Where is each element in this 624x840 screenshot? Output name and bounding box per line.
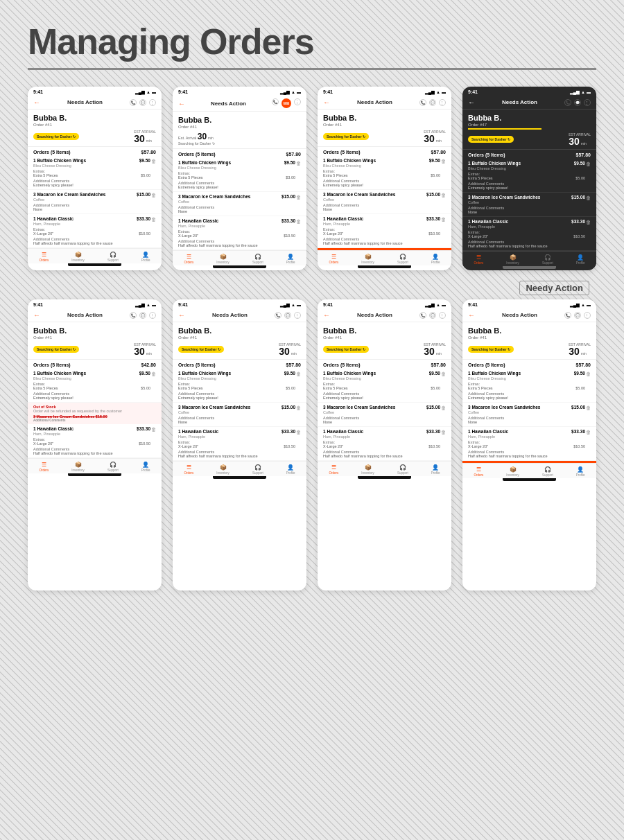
phone-icon-8[interactable]: 📞 <box>564 312 571 319</box>
nav-inventory-1[interactable]: 📦Inventory <box>71 252 85 262</box>
trash-icon-2-2[interactable]: 🗑 <box>295 194 301 200</box>
nav-orders-3[interactable]: ☰Orders <box>329 254 339 264</box>
back-button-6[interactable]: ← <box>178 311 185 319</box>
nav-profile-8[interactable]: 👤Profile <box>576 466 585 477</box>
back-button-5[interactable]: ← <box>33 311 40 319</box>
trash-icon-5-1[interactable]: 🗑 <box>150 371 156 376</box>
nav-inventory-5[interactable]: 📦Inventory <box>71 462 85 472</box>
customer-name-6: Bubba B. <box>178 326 301 335</box>
back-button-7[interactable]: ← <box>323 311 330 319</box>
back-button-8[interactable]: ← <box>468 311 475 319</box>
more-icon-3[interactable]: ⋮ <box>439 99 446 106</box>
nav-inventory-4[interactable]: 📦Inventory <box>506 254 519 265</box>
phone-icon-5[interactable]: 📞 <box>130 312 137 319</box>
nav-support-4[interactable]: 🎧Support <box>542 254 553 265</box>
back-button-1[interactable]: ← <box>33 98 40 106</box>
chat-icon-6[interactable]: 💬 <box>284 312 291 319</box>
phone-icon-4[interactable]: 📞 <box>564 99 571 106</box>
trash-icon-7-1[interactable]: 🗑 <box>440 371 446 376</box>
trash-icon-4-1[interactable]: 🗑 <box>585 161 591 166</box>
phone-icon-3[interactable]: 📞 <box>419 99 426 106</box>
nav-inventory-8[interactable]: 📦Inventory <box>506 466 519 477</box>
trash-icon-2-3[interactable]: 🗑 <box>295 218 301 224</box>
nav-support-2[interactable]: 🎧Support <box>252 254 263 264</box>
trash-icon-5-3[interactable]: 🗑 <box>150 426 156 432</box>
more-icon-5[interactable]: ⋮ <box>149 312 156 319</box>
phone-card-2: 9:41 ▂▄▆ ▲ ▬ ← Needs Action 📞 BB ⋮ Bubba… <box>173 87 306 270</box>
nav-orders-4[interactable]: ☰Orders <box>474 254 484 265</box>
trash-icon-3-2[interactable]: 🗑 <box>440 192 446 198</box>
nav-profile-5[interactable]: 👤Profile <box>141 462 150 472</box>
more-icon-1[interactable]: ⋮ <box>149 99 156 106</box>
nav-inventory-6[interactable]: 📦Inventory <box>216 464 229 475</box>
status-bar-5: 9:41 ▂▄▆ ▲ ▬ <box>28 299 162 308</box>
trash-icon-2-1[interactable]: 🗑 <box>295 160 301 166</box>
more-icon-6[interactable]: ⋮ <box>294 312 301 319</box>
nav-inventory-2[interactable]: 📦Inventory <box>216 254 229 264</box>
nav-support-3[interactable]: 🎧Support <box>397 254 408 264</box>
more-icon-8[interactable]: ⋮ <box>584 312 591 319</box>
nav-support-7[interactable]: 🎧Support <box>397 464 408 475</box>
trash-icon-1-2[interactable]: 🗑 <box>150 192 156 198</box>
order-label-1: Orders (5 Items) <box>33 150 71 155</box>
chat-icon-1[interactable]: 💬 <box>139 99 146 106</box>
trash-icon-1-3[interactable]: 🗑 <box>150 216 156 222</box>
nav-inventory-7[interactable]: 📦Inventory <box>361 464 374 475</box>
battery-icon-6: ▬ <box>297 303 301 307</box>
back-button-4[interactable]: ← <box>468 98 475 106</box>
nav-icons-8: 📞 💬 ⋮ <box>564 312 591 319</box>
trash-icon-7-2[interactable]: 🗑 <box>440 405 446 410</box>
chat-icon-4[interactable]: 💬 <box>574 99 581 106</box>
trash-icon-6-1[interactable]: 🗑 <box>295 371 301 376</box>
nav-support-6[interactable]: 🎧Support <box>252 464 263 475</box>
phone-icon-7[interactable]: 📞 <box>419 312 426 319</box>
back-button-2[interactable]: ← <box>178 100 185 107</box>
nav-orders-1[interactable]: ☰Orders <box>40 252 49 262</box>
trash-icon-4-2[interactable]: 🗑 <box>585 195 591 200</box>
nav-orders-7[interactable]: ☰Orders <box>329 464 339 475</box>
trash-icon-8-2[interactable]: 🗑 <box>585 405 591 410</box>
order-total-4: $57.80 <box>576 152 591 157</box>
trash-icon-3-3[interactable]: 🗑 <box>440 216 446 222</box>
nav-profile-2[interactable]: 👤Profile <box>286 254 295 264</box>
nav-profile-4[interactable]: 👤Profile <box>576 254 585 265</box>
nav-orders-6[interactable]: ☰Orders <box>184 464 194 475</box>
trash-icon-8-1[interactable]: 🗑 <box>585 371 591 376</box>
nav-support-8[interactable]: 🎧Support <box>542 466 553 477</box>
nav-orders-2[interactable]: ☰Orders <box>184 254 194 264</box>
nav-inventory-3[interactable]: 📦Inventory <box>361 254 374 264</box>
trash-icon-1-1[interactable]: 🗑 <box>150 158 156 164</box>
order-label-7: Orders (5 Items) <box>323 362 361 367</box>
nav-support-1[interactable]: 🎧Support <box>107 252 119 262</box>
nav-profile-6[interactable]: 👤Profile <box>286 464 295 475</box>
nav-profile-3[interactable]: 👤Profile <box>431 254 440 264</box>
more-icon-7[interactable]: ⋮ <box>439 312 446 319</box>
back-button-3[interactable]: ← <box>323 98 330 106</box>
chat-icon-8[interactable]: 💬 <box>574 312 581 319</box>
phone-icon-6[interactable]: 📞 <box>275 312 281 319</box>
trash-icon-6-3[interactable]: 🗑 <box>295 429 301 435</box>
nav-orders-5[interactable]: ☰Orders <box>40 462 49 472</box>
more-icon-4[interactable]: ⋮ <box>584 99 591 106</box>
nav-profile-1[interactable]: 👤Profile <box>141 252 150 262</box>
trash-icon-4-3[interactable]: 🗑 <box>585 219 591 225</box>
nav-profile-7[interactable]: 👤Profile <box>431 464 440 475</box>
status-row-7: Searching for Dasher ↻ EST ARRIVAL 30min <box>323 342 446 356</box>
battery-icon-8: ▬ <box>587 303 591 307</box>
trash-icon-3-1[interactable]: 🗑 <box>440 158 446 164</box>
chat-icon-7[interactable]: 💬 <box>429 312 436 319</box>
trash-icon-8-3[interactable]: 🗑 <box>585 429 591 435</box>
nav-support-5[interactable]: 🎧Support <box>107 462 119 472</box>
chat-icon-3[interactable]: 💬 <box>429 99 436 106</box>
chat-icon-5[interactable]: 💬 <box>139 312 146 319</box>
customer-name-7: Bubba B. <box>323 326 446 335</box>
nav-orders-8[interactable]: ☰Orders <box>474 466 484 477</box>
more-icon-2[interactable]: ⋮ <box>294 98 301 105</box>
trash-icon-7-3[interactable]: 🗑 <box>440 429 446 435</box>
phone-icon-2[interactable]: 📞 <box>272 98 279 105</box>
phone-icon-1[interactable]: 📞 <box>130 99 137 106</box>
order-item-8-3: 1 Hawaiian Classic$33.30 Ham, Pineapple … <box>462 427 596 461</box>
trash-icon-6-2[interactable]: 🗑 <box>295 405 301 410</box>
time-7: 9:41 <box>323 302 333 307</box>
order-item-4-1: 1 Buffalo Chicken Wings$9.50 Bleu Cheese… <box>462 159 596 193</box>
